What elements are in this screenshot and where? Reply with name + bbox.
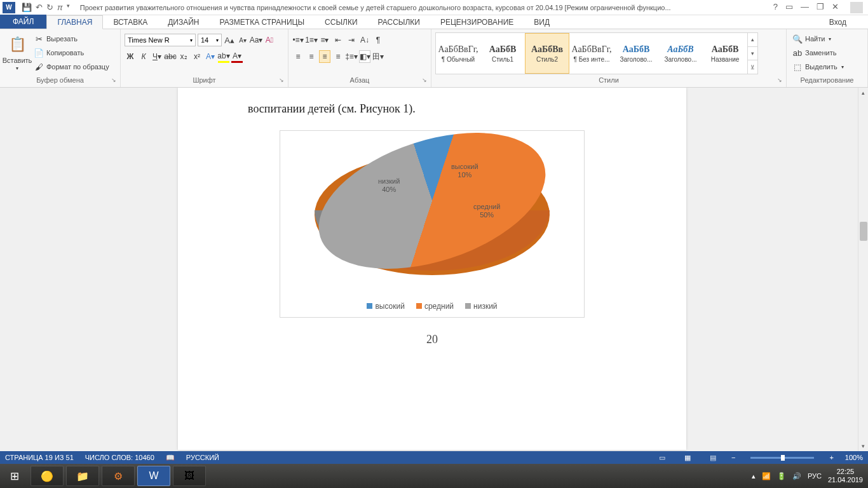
taskbar-explorer[interactable]: 📁 [66,466,99,486]
paste-button[interactable]: 📋 Вставить ▾ [4,31,31,73]
scroll-thumb[interactable] [860,222,867,241]
dialog-launcher-icon[interactable]: ↘ [111,76,116,85]
style-more-icon[interactable]: ⊻ [748,60,757,74]
tab-insert[interactable]: ВСТАВКА [103,16,158,29]
italic-icon[interactable]: К [138,50,149,63]
save-icon[interactable]: 💾 [22,3,32,12]
scroll-down-icon[interactable]: ▾ [858,441,868,451]
style-down-icon[interactable]: ▾ [748,47,757,61]
multilevel-icon[interactable]: ≡▾ [319,34,330,46]
style-item[interactable]: АаБбВвГг,¶ Обычный [436,33,480,74]
borders-icon[interactable]: 田▾ [372,50,384,63]
tab-references[interactable]: ССЫЛКИ [315,16,367,29]
font-name-combo[interactable]: Times New R▾ [125,34,196,46]
copy-button[interactable]: 📄Копировать [32,46,111,59]
tab-page-layout[interactable]: РАЗМЕТКА СТРАНИЦЫ [210,16,315,29]
align-justify-icon[interactable]: ≡ [332,50,344,63]
minimize-icon[interactable]: — [801,2,809,13]
equation-icon[interactable]: π [57,3,63,12]
redo-icon[interactable]: ↻ [46,3,53,12]
align-center-icon[interactable]: ≡ [306,50,317,63]
network-icon[interactable]: 📶 [762,472,771,480]
start-button[interactable]: ⊞ [0,464,29,488]
superscript-icon[interactable]: x² [191,50,203,63]
format-painter-button[interactable]: 🖌Формат по образцу [32,60,111,73]
bold-icon[interactable]: Ж [125,50,136,63]
font-size-combo[interactable]: 14▾ [198,34,222,46]
help-icon[interactable]: ? [773,2,778,13]
style-item[interactable]: АаБбВЗаголово... [658,33,703,74]
zoom-percent[interactable]: 100% [845,454,863,461]
style-item[interactable]: АаБбВвГг,¶ Без инте... [569,33,614,74]
status-language[interactable]: РУССКИЙ [186,454,219,461]
taskbar-clock[interactable]: 22:25 21.04.2019 [828,468,863,484]
style-item[interactable]: АаБбВСтиль1 [480,33,525,74]
clear-format-icon[interactable]: A⃠ [264,34,275,46]
battery-icon[interactable]: 🔋 [777,472,786,480]
body-text[interactable]: воспитании детей (см. Рисунок 1). [178,100,686,118]
replace-button[interactable]: abЗаменить [790,46,846,59]
dialog-launcher-icon[interactable]: ↘ [422,76,427,85]
ribbon-collapse-icon[interactable]: ▭ [785,2,793,13]
undo-icon[interactable]: ↶ [36,3,43,12]
proofing-icon[interactable]: 📖 [166,454,175,462]
tray-up-icon[interactable]: ▴ [752,472,756,480]
close-icon[interactable]: ✕ [832,2,839,13]
tab-file[interactable]: ФАЙЛ [0,15,46,29]
style-item-selected[interactable]: АаБбВвСтиль2 [525,33,569,74]
tab-review[interactable]: РЕЦЕНЗИРОВАНИЕ [430,16,524,29]
dialog-launcher-icon[interactable]: ↘ [777,76,782,85]
status-page[interactable]: СТРАНИЦА 19 ИЗ 51 [5,454,74,461]
numbering-icon[interactable]: 1≡▾ [306,34,317,46]
page[interactable]: воспитании детей (см. Рисунок 1). высоки… [178,88,686,450]
shrink-font-icon[interactable]: A▾ [237,34,248,46]
zoom-in-icon[interactable]: + [829,454,833,461]
tab-mailings[interactable]: РАССЫЛКИ [368,16,430,29]
underline-icon[interactable]: Ч▾ [151,50,163,63]
outdent-icon[interactable]: ⇤ [332,34,344,46]
status-word-count[interactable]: ЧИСЛО СЛОВ: 10460 [85,454,154,461]
ime-indicator[interactable]: РУС [808,472,822,480]
style-item[interactable]: АаБбВЗаголово... [614,33,658,74]
subscript-icon[interactable]: x₂ [178,50,189,63]
align-left-icon[interactable]: ≡ [292,50,304,63]
style-item[interactable]: АаБбВНазвание [703,33,747,74]
align-right-icon[interactable]: ≡ [319,50,330,63]
find-button[interactable]: 🔍Найти▾ [790,32,846,45]
cut-button[interactable]: ✂Вырезать [32,32,111,45]
zoom-thumb[interactable] [781,455,785,461]
font-color-icon[interactable]: A▾ [231,50,243,63]
bullets-icon[interactable]: •≡▾ [292,34,304,46]
qat-customize-icon[interactable]: ▾ [67,3,70,12]
dialog-launcher-icon[interactable]: ↘ [279,76,284,85]
document-area[interactable]: воспитании детей (см. Рисунок 1). высоки… [0,88,868,451]
taskbar-app[interactable]: ⚙ [102,466,135,486]
shading-icon[interactable]: ◧▾ [359,50,370,63]
strike-icon[interactable]: abc [165,50,176,63]
grow-font-icon[interactable]: A▴ [224,34,235,46]
sort-icon[interactable]: A↓ [359,34,370,46]
text-effects-icon[interactable]: A▾ [205,50,216,63]
read-mode-icon[interactable]: ▭ [655,452,669,463]
web-layout-icon[interactable]: ▤ [706,452,720,463]
maximize-icon[interactable]: ❐ [817,2,824,13]
tab-view[interactable]: ВИД [524,16,560,29]
taskbar-chrome[interactable]: 🟡 [31,466,64,486]
highlight-icon[interactable]: ab▾ [218,50,229,63]
signin-link[interactable]: Вход [822,16,868,29]
scroll-up-icon[interactable]: ▴ [858,88,868,98]
embedded-chart[interactable]: высокий10% средний50% низкий40% высокий … [280,130,585,318]
style-up-icon[interactable]: ▴ [748,33,757,47]
taskbar-word[interactable]: W [137,466,170,486]
change-case-icon[interactable]: Aa▾ [250,34,262,46]
taskbar-photos[interactable]: 🖼 [173,466,206,486]
user-avatar[interactable] [850,2,863,13]
volume-icon[interactable]: 🔊 [792,472,801,480]
show-marks-icon[interactable]: ¶ [372,34,384,46]
tab-design[interactable]: ДИЗАЙН [158,16,209,29]
zoom-slider[interactable] [750,457,814,459]
zoom-out-icon[interactable]: − [731,454,735,461]
select-button[interactable]: ⬚Выделить▾ [790,60,846,73]
line-spacing-icon[interactable]: ‡≡▾ [346,50,357,63]
vertical-scrollbar[interactable]: ▴ ▾ [858,88,868,451]
